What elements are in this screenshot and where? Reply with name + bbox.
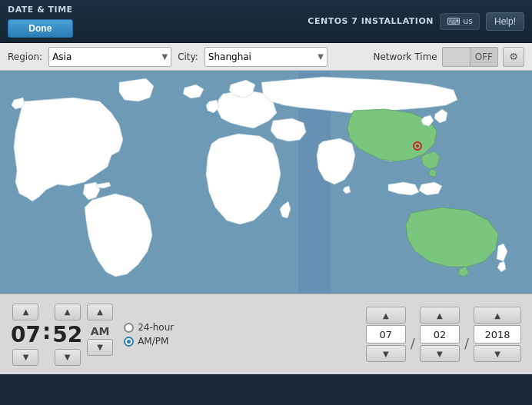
done-button[interactable]: Done	[8, 19, 73, 38]
month-display: 07	[366, 325, 406, 344]
chevron-down-icon: ▼	[494, 350, 500, 358]
minutes-down-button[interactable]: ▼	[55, 349, 81, 366]
chevron-up-icon: ▲	[23, 307, 29, 316]
chevron-up-icon: ▲	[437, 311, 443, 320]
region-label: Region:	[8, 51, 42, 62]
toggle-state: OFF	[470, 48, 497, 66]
header: DATE & TIME Done CENTOS 7 INSTALLATION ⌨…	[0, 0, 532, 43]
date-spinners: ▲ 07 ▼ / ▲ 02 ▼	[366, 307, 521, 362]
time-colon: :	[41, 319, 52, 344]
hours-display: 07	[11, 322, 41, 347]
city-chevron-icon: ▼	[318, 52, 324, 61]
ampm-display: AM	[87, 325, 113, 337]
day-display: 02	[420, 325, 460, 344]
keyboard-icon: ⌨	[447, 16, 460, 27]
year-display: 2018	[474, 325, 521, 344]
year-up-button[interactable]: ▲	[474, 307, 521, 324]
month-spin-group: ▲ 07 ▼	[366, 307, 406, 362]
centos-label: CENTOS 7 INSTALLATION	[308, 16, 434, 26]
chevron-down-icon: ▼	[97, 343, 103, 351]
chevron-up-icon: ▲	[494, 311, 500, 320]
network-settings-button[interactable]: ⚙	[503, 47, 524, 67]
year-down-button[interactable]: ▼	[474, 345, 521, 362]
network-time-label: Network Time	[373, 51, 437, 62]
minutes-display: 52	[52, 322, 82, 347]
date-slash-1: /	[409, 335, 417, 351]
format-24h-option[interactable]: 24-hour	[124, 322, 174, 333]
ampm-down-button[interactable]: ▼	[87, 339, 113, 356]
region-chevron-icon: ▼	[161, 52, 168, 61]
chevron-down-icon: ▼	[383, 350, 389, 358]
hours-spin-group: ▲ 07 ▼	[11, 304, 41, 366]
day-down-button[interactable]: ▼	[420, 345, 460, 362]
world-map[interactable]	[0, 71, 532, 294]
time-format-group: 24-hour AM/PM	[124, 322, 174, 347]
date-spin-row: ▲ 07 ▼ / ▲ 02 ▼	[366, 307, 521, 362]
svg-point-3	[416, 144, 419, 148]
network-time-toggle[interactable]: OFF	[442, 47, 498, 67]
format-ampm-label: AM/PM	[138, 336, 168, 347]
page-title: DATE & TIME	[8, 5, 73, 15]
toolbar: Region: Asia ▼ City: Shanghai ▼ Network …	[0, 43, 532, 71]
minutes-up-button[interactable]: ▲	[55, 304, 81, 320]
network-time-group: Network Time OFF ⚙	[373, 47, 524, 67]
chevron-down-icon: ▼	[437, 350, 443, 358]
bottom-controls: ▲ 07 ▼ : ▲ 52 ▼ ▲ AM	[0, 294, 532, 374]
format-24h-radio[interactable]	[124, 323, 134, 333]
year-spin-group: ▲ 2018 ▼	[474, 307, 521, 362]
date-slash-2: /	[463, 335, 470, 351]
keyboard-lang: us	[463, 16, 473, 26]
day-up-button[interactable]: ▲	[420, 307, 460, 324]
help-button[interactable]: Help!	[486, 12, 524, 31]
time-up-row: ▲ 07 ▼ : ▲ 52 ▼ ▲ AM	[11, 304, 113, 366]
chevron-up-icon: ▲	[383, 311, 389, 320]
map-svg	[0, 71, 532, 294]
hours-down-button[interactable]: ▼	[12, 349, 38, 366]
city-label: City:	[178, 51, 198, 62]
chevron-up-icon: ▲	[65, 307, 71, 316]
time-area: ▲ 07 ▼ : ▲ 52 ▼ ▲ AM	[11, 304, 113, 366]
format-ampm-radio[interactable]	[124, 337, 134, 347]
radio-dot	[127, 340, 131, 344]
month-up-button[interactable]: ▲	[366, 307, 406, 324]
month-down-button[interactable]: ▼	[366, 345, 406, 362]
ampm-up-button[interactable]: ▲	[87, 304, 113, 320]
keyboard-button[interactable]: ⌨ us	[440, 13, 480, 30]
toggle-track	[443, 48, 470, 66]
chevron-down-icon: ▼	[65, 353, 71, 361]
chevron-up-icon: ▲	[97, 307, 103, 316]
header-right: CENTOS 7 INSTALLATION ⌨ us Help!	[308, 12, 524, 31]
region-select[interactable]: Asia ▼	[48, 47, 171, 67]
gear-icon: ⚙	[509, 51, 518, 62]
header-left: DATE & TIME Done	[8, 5, 73, 38]
region-value: Asia	[52, 51, 158, 62]
minutes-spin-group: ▲ 52 ▼	[52, 304, 82, 366]
chevron-down-icon: ▼	[23, 353, 29, 361]
day-spin-group: ▲ 02 ▼	[420, 307, 460, 362]
format-ampm-option[interactable]: AM/PM	[124, 336, 174, 347]
ampm-spin-group: ▲ AM ▼	[87, 304, 113, 356]
format-24h-label: 24-hour	[138, 322, 174, 333]
city-select[interactable]: Shanghai ▼	[204, 47, 328, 67]
city-value: Shanghai	[208, 51, 314, 62]
hours-up-button[interactable]: ▲	[12, 304, 38, 320]
